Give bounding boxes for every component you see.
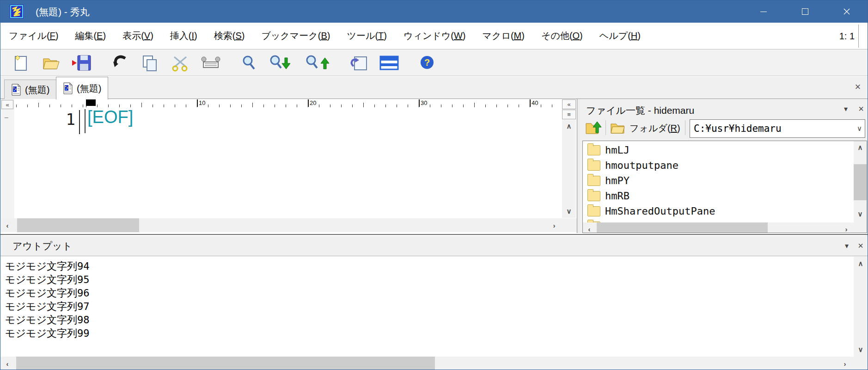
path-value: C:¥usr¥hidemaru — [694, 123, 782, 134]
title-bar[interactable]: (無題) - 秀丸 — [0, 0, 868, 23]
find-previous-button[interactable] — [305, 53, 331, 73]
ruler-collapse-right-button[interactable]: « — [562, 99, 576, 109]
file-list-scroll-right-button[interactable]: › — [840, 222, 853, 233]
file-listbox[interactable]: hmLJ hmoutputpane hmPY hmRB HmSharedOutp… — [582, 141, 867, 233]
output-scroll-left-button[interactable]: ‹ — [0, 357, 14, 370]
menu-window[interactable]: ウィンドウ(W) — [395, 27, 474, 45]
paste-button[interactable] — [200, 53, 221, 73]
file-list-item[interactable]: hmRB — [583, 188, 842, 204]
find-button[interactable] — [238, 53, 259, 73]
fold-marker[interactable]: − — [4, 114, 12, 121]
editor-hscroll-thumb[interactable] — [17, 218, 139, 232]
file-list-scroll-left-button[interactable]: ‹ — [583, 222, 596, 233]
toolbar-divider — [685, 120, 685, 135]
menu-edit[interactable]: 編集(E) — [67, 27, 114, 45]
ruler-collapse-left-button[interactable]: « — [1, 100, 13, 109]
file-list-item[interactable]: hmPY — [583, 173, 842, 188]
editor-pane[interactable]: « − 10 20 30 40 1 [EOF] « ≡ ∧ ∨ ‹ › — [0, 99, 577, 233]
menu-tools[interactable]: ツール(T) — [338, 27, 395, 45]
file-list-item[interactable]: hmLJ — [583, 142, 842, 158]
svg-text:?: ? — [424, 57, 430, 68]
file-list-scroll-up-button[interactable]: ∧ — [854, 141, 867, 154]
caret-position-status: 1: 1 — [818, 25, 855, 47]
output-vertical-scrollbar[interactable]: ∧ ∨ — [854, 257, 868, 357]
output-horizontal-scrollbar[interactable]: ‹ › — [0, 357, 854, 370]
menu-search[interactable]: 検索(S) — [206, 27, 253, 45]
line-number: 1 — [42, 110, 75, 129]
menu-bookmark[interactable]: ブックマーク(B) — [253, 27, 338, 45]
output-scroll-down-button[interactable]: ∨ — [854, 343, 868, 357]
file-list-hscroll-thumb[interactable] — [597, 222, 768, 233]
tab-label: (無題) — [25, 84, 49, 96]
menu-help[interactable]: ヘルプ(H) — [591, 27, 649, 45]
tab-bar: (無題) (無題) × — [0, 76, 868, 99]
output-content[interactable]: モジモジ文字列94 モジモジ文字列95 モジモジ文字列96 モジモジ文字列97 … — [0, 257, 854, 357]
save-file-button[interactable] — [71, 53, 92, 73]
maximize-icon — [802, 8, 808, 15]
eof-marker: [EOF] — [87, 107, 133, 127]
editor-vertical-scrollbar[interactable] — [562, 133, 576, 205]
menu-macro[interactable]: マクロ(M) — [474, 27, 533, 45]
window-title: (無題) - 秀丸 — [36, 6, 90, 18]
output-panel-menu-button[interactable]: ▾ — [841, 240, 853, 252]
output-panel-close-button[interactable]: × — [855, 240, 867, 252]
editor-scroll-up-button[interactable]: ∧ — [562, 120, 576, 133]
new-file-icon — [12, 54, 29, 72]
editor-horizontal-scrollbar[interactable]: ‹ › — [0, 218, 561, 232]
file-panel-close-button[interactable]: × — [855, 103, 867, 115]
undo-icon — [110, 55, 128, 71]
file-list-vertical-scrollbar[interactable]: ∧ ∨ — [854, 141, 867, 221]
maximize-button[interactable] — [784, 0, 826, 23]
text-caret — [85, 109, 86, 133]
menu-other[interactable]: その他(O) — [533, 27, 591, 45]
copy-icon — [141, 54, 159, 72]
file-list-vscroll-thumb[interactable] — [854, 164, 867, 200]
document-icon — [11, 84, 21, 96]
ruler-number: 40 — [530, 99, 538, 107]
output-hscroll-thumb[interactable] — [16, 357, 435, 370]
file-list-item[interactable]: HmSharedOutputPane — [583, 204, 842, 219]
split-window-icon — [379, 56, 399, 70]
hidemaru-window: (無題) - 秀丸 ファイル(F) 編集(E) 表示(V) 挿入(I) 検索(S… — [0, 0, 868, 370]
help-icon: ? — [419, 55, 435, 71]
folder-icon — [610, 121, 626, 135]
output-scroll-right-button[interactable]: › — [838, 357, 852, 370]
split-window-button[interactable] — [379, 53, 400, 73]
close-icon — [844, 8, 850, 15]
cut-button[interactable] — [170, 53, 191, 73]
path-combobox[interactable]: C:¥usr¥hidemaru ∨ — [690, 119, 865, 138]
find-next-button[interactable] — [269, 53, 295, 73]
open-file-button[interactable] — [40, 53, 61, 73]
menu-insert[interactable]: 挿入(I) — [162, 27, 206, 45]
save-file-icon — [71, 54, 92, 72]
tab-untitled-2[interactable]: (無題) — [56, 77, 108, 99]
file-panel-menu-button[interactable]: ▾ — [840, 103, 852, 115]
file-list-horizontal-scrollbar[interactable]: ‹ › — [583, 222, 854, 233]
tab-untitled-1[interactable]: (無題) — [4, 80, 56, 99]
folder-icon — [587, 176, 600, 186]
tab-close-button[interactable]: × — [851, 80, 865, 94]
cut-icon — [171, 54, 190, 72]
output-scroll-up-button[interactable]: ∧ — [854, 257, 868, 271]
close-button[interactable] — [826, 0, 868, 23]
editor-scroll-right-button[interactable]: › — [547, 218, 561, 232]
copy-button[interactable] — [139, 53, 160, 73]
replace-icon — [349, 54, 368, 72]
replace-button[interactable] — [348, 53, 369, 73]
combo-dropdown-icon[interactable]: ∨ — [857, 124, 862, 133]
folder-up-button[interactable] — [585, 119, 602, 137]
undo-button[interactable] — [109, 53, 130, 73]
text-area[interactable]: 1 [EOF] — [14, 107, 561, 218]
menu-view[interactable]: 表示(V) — [114, 27, 162, 45]
help-button[interactable]: ? — [416, 53, 438, 73]
ruler-number: 10 — [197, 99, 205, 107]
menu-file[interactable]: ファイル(F) — [0, 27, 67, 45]
folder-menu-button[interactable]: フォルダ(R) — [610, 119, 680, 137]
file-list-scroll-down-button[interactable]: ∨ — [854, 208, 867, 221]
new-file-button[interactable] — [10, 53, 31, 73]
outline-list-button[interactable]: ≡ — [562, 110, 576, 119]
editor-scroll-left-button[interactable]: ‹ — [0, 218, 14, 232]
file-list-item[interactable]: hmoutputpane — [583, 158, 842, 173]
minimize-button[interactable] — [743, 0, 784, 23]
editor-scroll-down-button[interactable]: ∨ — [562, 205, 576, 218]
